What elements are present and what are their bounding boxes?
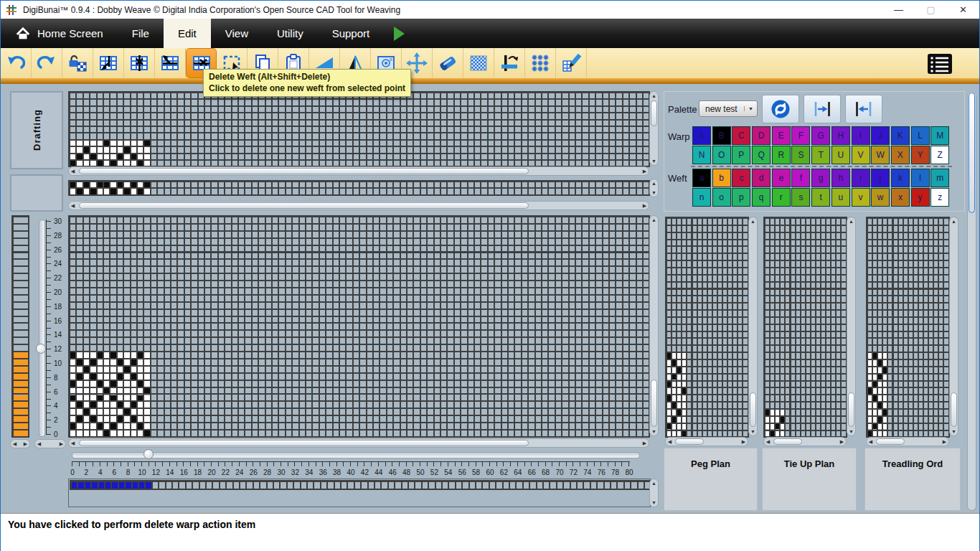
weft-swatch-o[interactable]: o	[712, 188, 731, 207]
weft-swatch-v[interactable]: v	[852, 188, 870, 207]
tie-up-h-scrollbar[interactable]: ◀▶	[763, 437, 847, 446]
treadling-v-scrollbar[interactable]: ▲▼	[949, 217, 958, 436]
flip-shaft-button[interactable]	[494, 48, 525, 78]
right-panel-scrollbar[interactable]	[967, 91, 976, 511]
warp-swatch-G[interactable]: G	[811, 126, 830, 145]
warp-swatch-J[interactable]: J	[871, 126, 890, 145]
palette-dropdown[interactable]: new test ▼	[699, 100, 758, 117]
peg-plan-h-scrollbar[interactable]: ◀▶	[665, 437, 748, 446]
weft-swatch-f[interactable]: f	[791, 169, 810, 187]
weft-swatch-h[interactable]: h	[831, 169, 850, 187]
minimize-button[interactable]: —	[882, 1, 915, 19]
menu-support[interactable]: Support	[318, 19, 385, 48]
warp-count-strip[interactable]	[11, 215, 29, 438]
weft-swatch-x[interactable]: x	[891, 188, 910, 207]
warp-swatch-H[interactable]: H	[831, 126, 850, 145]
warp-swatch-V[interactable]: V	[852, 146, 870, 164]
warp-swatch-F[interactable]: F	[791, 126, 810, 145]
weft-swatch-t[interactable]: t	[811, 188, 830, 207]
warp-swatch-P[interactable]: P	[732, 146, 750, 164]
warp-zoom-slider-track[interactable]	[72, 452, 640, 458]
weft-swatch-u[interactable]: u	[831, 188, 850, 207]
warp-swatch-D[interactable]: D	[752, 126, 771, 145]
menu-utility[interactable]: Utility	[263, 19, 318, 48]
insert-weft-button[interactable]	[155, 48, 186, 78]
weft-swatch-q[interactable]: q	[752, 188, 771, 207]
warp-swatch-E[interactable]: E	[772, 126, 791, 145]
weft-swatch-c[interactable]: c	[732, 169, 750, 187]
warp-swatch-Z[interactable]: Z	[930, 146, 949, 164]
weft-swatch-w[interactable]: w	[871, 188, 890, 207]
eraser-button[interactable]	[433, 48, 463, 78]
weft-swatch-y[interactable]: y	[911, 188, 930, 207]
warp-swatch-W[interactable]: W	[871, 146, 890, 164]
weft-swatch-d[interactable]: d	[752, 169, 771, 187]
weft-swatch-i[interactable]: i	[852, 169, 870, 187]
warp-swatch-O[interactable]: O	[712, 146, 731, 164]
warp-swatch-M[interactable]: M	[930, 126, 949, 145]
undo-button[interactable]	[1, 48, 32, 78]
warp-swatch-A[interactable]: A	[692, 126, 711, 145]
delete-warp-button[interactable]	[124, 48, 155, 78]
warp-swatch-K[interactable]: K	[891, 126, 910, 145]
weft-strip-v-scrollbar[interactable]: ▲▼	[649, 479, 659, 507]
drawdown-grid[interactable]	[68, 215, 650, 438]
tie-up-grid[interactable]	[763, 217, 847, 438]
shift-left-button[interactable]	[845, 95, 882, 123]
redo-button[interactable]	[32, 48, 62, 78]
refresh-palette-button[interactable]	[762, 95, 799, 123]
weft-swatch-j[interactable]: j	[871, 169, 890, 187]
warp-swatch-T[interactable]: T	[811, 146, 830, 164]
weft-swatch-m[interactable]: m	[930, 169, 949, 187]
drawdown-v-scrollbar[interactable]: ▲▼	[649, 215, 659, 436]
weft-chain-h-scrollbar[interactable]: ◀▶	[68, 201, 649, 210]
warp-swatch-U[interactable]: U	[831, 146, 850, 164]
warp-swatch-Q[interactable]: Q	[752, 146, 771, 164]
weave-texture-button[interactable]	[463, 48, 494, 78]
warp-swatch-C[interactable]: C	[732, 126, 750, 145]
weft-color-strip[interactable]	[70, 480, 651, 490]
warp-swatch-B[interactable]: B	[712, 126, 731, 145]
run-icon[interactable]	[394, 27, 405, 41]
menu-home-screen[interactable]: Home Screen	[1, 19, 118, 48]
weft-swatch-e[interactable]: e	[772, 169, 791, 187]
weft-swatch-n[interactable]: n	[692, 188, 711, 207]
motif-browser-button[interactable]	[525, 48, 556, 78]
lock-design-button[interactable]	[62, 48, 93, 78]
weft-chain-grid[interactable]	[68, 180, 650, 196]
drafting-h-scrollbar[interactable]: ◀▶	[68, 166, 649, 176]
menu-file[interactable]: File	[118, 19, 164, 48]
warp-slider-thumb[interactable]	[143, 449, 154, 459]
weft-swatch-b[interactable]: b	[712, 169, 731, 187]
weft-swatch-s[interactable]: s	[791, 188, 810, 207]
weft-swatch-k[interactable]: k	[891, 169, 910, 187]
treadling-grid[interactable]	[866, 217, 950, 438]
shift-right-button[interactable]	[804, 95, 841, 123]
close-button[interactable]: ✕	[947, 1, 979, 19]
treadling-h-scrollbar[interactable]: ◀▶	[866, 437, 949, 446]
weft-swatch-r[interactable]: r	[772, 188, 791, 207]
weft-swatch-a[interactable]: a	[692, 169, 711, 187]
maximize-button[interactable]: ▢	[915, 1, 947, 19]
weft-swatch-g[interactable]: g	[811, 169, 830, 187]
ruler-h-scrollbar[interactable]: ◀▶	[34, 439, 66, 448]
warp-swatch-S[interactable]: S	[791, 146, 810, 164]
warp-swatch-Y[interactable]: Y	[911, 146, 930, 164]
drawdown-h-scrollbar[interactable]: ◀▶	[68, 438, 649, 448]
drafting-grid[interactable]	[68, 91, 650, 167]
peg-plan-v-scrollbar[interactable]: ▲▼	[748, 217, 758, 436]
weft-swatch-l[interactable]: l	[911, 169, 930, 187]
weft-chain-v-scrollbar[interactable]: ▲▼	[649, 179, 659, 197]
warp-swatch-N[interactable]: N	[692, 146, 711, 164]
design-properties-button[interactable]	[923, 50, 956, 77]
warp-swatch-L[interactable]: L	[911, 126, 930, 145]
warp-swatch-I[interactable]: I	[852, 126, 870, 145]
menu-view[interactable]: View	[211, 19, 263, 48]
weft-swatch-z[interactable]: z	[930, 188, 949, 207]
weft-swatch-p[interactable]: p	[732, 188, 750, 207]
insert-warp-button[interactable]	[93, 48, 124, 78]
drafting-v-scrollbar[interactable]: ▲▼	[649, 91, 659, 166]
warp-swatch-R[interactable]: R	[772, 146, 791, 164]
tie-up-v-scrollbar[interactable]: ▲▼	[847, 217, 856, 436]
peg-plan-grid[interactable]	[665, 217, 749, 438]
